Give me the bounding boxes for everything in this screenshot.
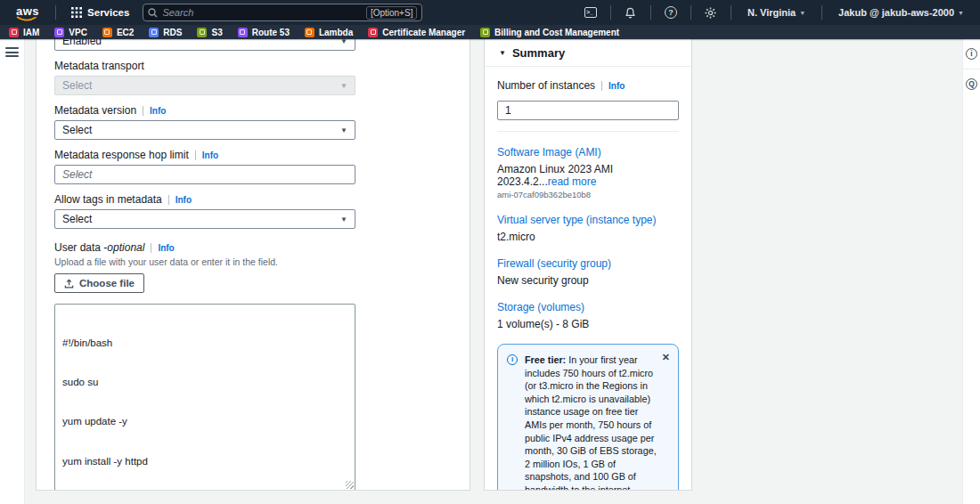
favorite-label: S3 — [211, 28, 222, 37]
allow-tags-value: Select — [62, 213, 340, 225]
info-panel-icon[interactable]: i — [966, 48, 977, 60]
divider — [963, 69, 980, 69]
metadata-transport-label: Metadata transport — [54, 60, 470, 72]
instance-type-section-link[interactable]: Virtual server type (instance type) — [497, 214, 657, 226]
favorites-bar: IAM VPC EC2 RDS S3 Route 53 Lambda Certi… — [0, 25, 980, 39]
hop-limit-label: Metadata response hop limit Info — [54, 149, 470, 161]
account-menu[interactable]: Jakub @ jakub-aws-2000 ▼ — [831, 7, 971, 18]
nav-divider — [610, 5, 611, 20]
metadata-version-label: Metadata version Info — [54, 104, 470, 117]
instances-info-link[interactable]: Info — [608, 81, 625, 91]
certificate-manager-service-icon — [368, 28, 378, 37]
nav-divider — [650, 5, 651, 20]
ami-id: ami-07caf09b362be10b8 — [497, 190, 679, 199]
user-data-label: User data - optional Info — [54, 241, 470, 254]
choose-file-button[interactable]: Choose file — [54, 273, 144, 293]
favorite-label: RDS — [163, 28, 182, 37]
instances-input[interactable] — [497, 101, 679, 120]
chevron-down-icon: ▼ — [340, 215, 347, 224]
search-icon — [148, 8, 158, 18]
read-more-link[interactable]: read more — [548, 175, 597, 188]
favorite-label: Route 53 — [252, 28, 290, 37]
divider — [195, 150, 196, 160]
ec2-service-icon — [102, 28, 112, 37]
services-menu-button[interactable]: Services — [65, 4, 135, 21]
ami-value: Amazon Linux 2023 AMI 2023.4.2...read mo… — [497, 163, 679, 188]
free-tier-alert: i ✕ Free tier: In your first year includ… — [497, 344, 679, 491]
ami-section-link[interactable]: Software Image (AMI) — [497, 146, 601, 159]
instances-label: Number of instances Info — [497, 79, 679, 92]
help-icon: ? — [665, 6, 677, 19]
favorite-s3[interactable]: S3 — [197, 28, 222, 37]
allow-tags-info-link[interactable]: Info — [176, 195, 192, 205]
cloudshell-terminal-icon: >_ — [584, 7, 597, 18]
favorite-lambda[interactable]: Lambda — [305, 28, 353, 37]
script-line: #!/bin/bash — [62, 337, 347, 350]
nav-divider — [731, 5, 731, 20]
metadata-version-select[interactable]: Select ▼ — [54, 120, 355, 140]
firewall-section-link[interactable]: Firewall (security group) — [497, 257, 611, 270]
favorite-billing[interactable]: Billing and Cost Management — [480, 28, 619, 37]
side-nav-rail — [0, 39, 25, 504]
storage-section-link[interactable]: Storage (volumes) — [497, 301, 584, 313]
firewall-value: New security group — [497, 274, 679, 287]
favorite-certificate-manager[interactable]: Certificate Manager — [368, 28, 465, 37]
favorite-route53[interactable]: Route 53 — [238, 28, 290, 37]
summary-panel: ▼ Summary Number of instances Info Softw… — [484, 39, 692, 491]
right-tool-strip: i Q — [962, 39, 980, 504]
favorite-label: VPC — [69, 28, 87, 37]
instance-type-value: t2.micro — [497, 231, 679, 243]
hop-limit-info-link[interactable]: Info — [202, 150, 218, 160]
hamburger-menu-icon[interactable] — [5, 47, 19, 57]
gear-icon — [705, 7, 716, 19]
nav-divider — [55, 5, 56, 20]
notifications-button[interactable] — [620, 4, 641, 21]
help-button[interactable]: ? — [660, 4, 682, 21]
nav-divider — [821, 5, 822, 20]
allow-tags-select[interactable]: Select ▼ — [54, 209, 355, 229]
storage-value: 1 volume(s) - 8 GiB — [497, 318, 679, 330]
choose-file-label: Choose file — [79, 278, 135, 289]
grid-icon — [71, 7, 82, 18]
bell-icon — [625, 7, 636, 19]
favorite-label: IAM — [23, 28, 39, 37]
summary-header[interactable]: ▼ Summary — [485, 39, 691, 67]
aws-logo[interactable]: aws — [16, 5, 39, 20]
rds-service-icon — [149, 28, 159, 37]
settings-button[interactable] — [700, 4, 722, 21]
favorite-label: Billing and Cost Management — [494, 28, 619, 37]
collapse-caret-icon: ▼ — [499, 49, 506, 57]
user-data-script-editor[interactable]: #!/bin/bash sudo su yum update -y yum in… — [54, 304, 355, 491]
user-data-description: Upload a file with your user data or ent… — [54, 256, 470, 267]
favorite-ec2[interactable]: EC2 — [102, 28, 134, 37]
global-search[interactable]: [Option+S] — [143, 4, 422, 21]
chevron-down-icon: ▼ — [958, 10, 964, 16]
metadata-version-info-link[interactable]: Info — [150, 106, 166, 116]
amazon-q-icon[interactable]: Q — [966, 78, 977, 90]
favorite-rds[interactable]: RDS — [149, 28, 182, 37]
cloudshell-button[interactable]: >_ — [580, 4, 601, 21]
resize-grip-icon[interactable] — [346, 481, 354, 489]
close-icon[interactable]: ✕ — [662, 352, 670, 363]
divider — [151, 243, 151, 253]
favorite-vpc[interactable]: VPC — [54, 28, 87, 37]
account-label: Jakub @ jakub-aws-2000 — [838, 7, 954, 18]
favorite-iam[interactable]: IAM — [9, 28, 39, 37]
search-input[interactable] — [162, 7, 361, 18]
s3-service-icon — [197, 28, 207, 37]
user-data-info-link[interactable]: Info — [158, 243, 174, 253]
script-line: sudo su — [62, 376, 347, 389]
divider — [497, 131, 679, 132]
clipped-select[interactable]: Enabled ▼ — [54, 39, 355, 51]
free-tier-text: Free tier: In your first year includes 7… — [525, 354, 658, 491]
region-selector[interactable]: N. Virginia ▼ — [740, 7, 813, 18]
nav-divider — [690, 5, 691, 20]
hop-limit-input[interactable] — [54, 165, 355, 184]
vpc-service-icon — [54, 28, 64, 37]
route53-service-icon — [238, 28, 248, 37]
favorite-label: Certificate Manager — [382, 28, 465, 37]
divider — [168, 195, 169, 205]
chevron-down-icon: ▼ — [340, 39, 347, 45]
summary-title: Summary — [512, 46, 565, 60]
metadata-transport-value: Select — [62, 79, 340, 92]
